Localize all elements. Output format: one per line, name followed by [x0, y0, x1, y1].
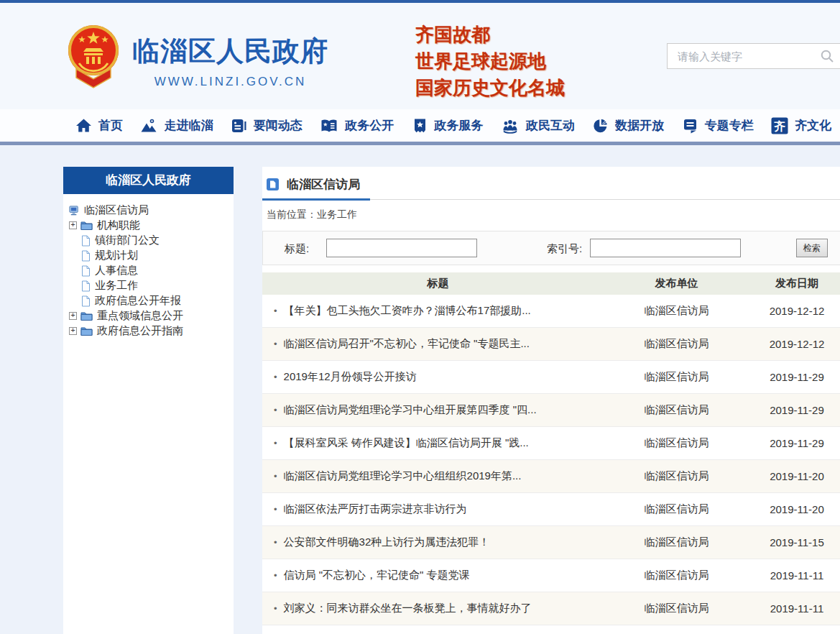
sidebar-tree-item-镇街部门公文[interactable]: 镇街部门公文	[69, 233, 229, 248]
publish-date: 2019-11-29	[739, 437, 840, 449]
nav-item-首页[interactable]: 首页	[75, 117, 123, 134]
tree-item-label: 人事信息	[95, 264, 138, 277]
tree-item-label: 机构职能	[97, 219, 140, 232]
table-body: •【年关】包工头拖欠工资咋办？淄博公布17部援助...临淄区信访局2019-12…	[262, 295, 840, 634]
publish-unit: 临淄区信访局	[614, 502, 739, 516]
site-title: 临淄区人民政府	[132, 33, 328, 70]
article-title-text: 信访局 "不忘初心，牢记使命" 专题党课	[284, 569, 470, 582]
publish-date: 2019-11-11	[739, 602, 840, 615]
column-header-date: 发布日期	[739, 277, 840, 290]
article-table: 标题 发布单位 发布日期 •【年关】包工头拖欠工资咋办？淄博公布17部援助...…	[262, 272, 840, 634]
publish-date: 2019-11-15	[739, 536, 840, 548]
nav-item-政务服务[interactable]: 政务服务	[411, 117, 484, 134]
expand-plus-icon[interactable]: +	[69, 312, 77, 320]
nav-item-政务公开[interactable]: 政务公开	[319, 117, 394, 134]
sidebar-tree-item-规划计划[interactable]: 规划计划	[69, 248, 229, 263]
article-title-text: 临淄区信访局党组理论学习中心组开展第四季度 "四...	[284, 403, 537, 417]
pie-chart-icon	[591, 117, 609, 134]
article-title-link[interactable]: •刘家义：同来访群众坐在一条板凳上，事情就好办了	[262, 602, 614, 615]
expand-plus-icon[interactable]: +	[69, 221, 77, 229]
nav-item-专题专栏[interactable]: 专题专栏	[681, 117, 754, 134]
nav-item-数据开放[interactable]: 数据开放	[591, 117, 664, 134]
table-row[interactable]: •临淄区信访局召开"不忘初心，牢记使命 "专题民主...临淄区信访局2019-1…	[262, 328, 840, 361]
table-row[interactable]: •临淄区信访局开展 "不忘初心、牢记使命" 主题教育...临淄区信访局2019-…	[262, 625, 840, 634]
publish-unit: 临淄区信访局	[614, 436, 739, 450]
table-row[interactable]: •刘家义：同来访群众坐在一条板凳上，事情就好办了临淄区信访局2019-11-11	[262, 592, 840, 625]
article-title-text: 2019年12月份领导公开接访	[284, 370, 417, 384]
table-header-row: 标题 发布单位 发布日期	[262, 272, 840, 295]
nav-item-label: 专题专栏	[705, 117, 754, 134]
article-title-link[interactable]: •公安部文件明确32种上访行为属违法犯罪！	[262, 536, 614, 549]
page-icon	[80, 295, 91, 307]
article-title-link[interactable]: •临淄区信访局党组理论学习中心组组织2019年第...	[262, 469, 614, 483]
page-icon	[80, 265, 91, 277]
tree-item-label: 临淄区信访局	[84, 203, 149, 217]
publish-date: 2019-12-12	[739, 338, 840, 350]
table-row[interactable]: •临淄区依法严厉打击两宗进京非访行为临淄区信访局2019-11-20	[262, 493, 840, 526]
article-title-link[interactable]: •信访局 "不忘初心，牢记使命" 专题党课	[262, 569, 614, 582]
search-icon[interactable]	[820, 49, 834, 66]
nav-item-label: 要闻动态	[254, 117, 303, 134]
title-field[interactable]	[326, 239, 477, 257]
publish-date: 2019-11-11	[739, 569, 840, 582]
table-row[interactable]: •【展科室风采 铸作风建设】临淄区信访局开展 "践...临淄区信访局2019-1…	[262, 427, 840, 460]
table-row[interactable]: •临淄区信访局党组理论学习中心组开展第四季度 "四...临淄区信访局2019-1…	[262, 394, 840, 427]
title-field-label: 标题:	[285, 242, 309, 256]
nav-item-label: 政民互动	[526, 117, 575, 134]
tree-item-label: 政府信息公开年报	[95, 294, 181, 308]
article-title-link[interactable]: •临淄区信访局召开"不忘初心，牢记使命 "专题民主...	[262, 337, 614, 351]
sidebar-tree-item-政府信息公开年报[interactable]: 政府信息公开年报	[69, 293, 229, 308]
publish-unit: 临淄区信访局	[614, 536, 739, 549]
search-submit-button[interactable]: 检索	[796, 239, 828, 257]
bullet-icon: •	[274, 305, 277, 316]
national-emblem-icon	[66, 23, 121, 92]
bullet-icon: •	[274, 438, 277, 449]
sidebar-tree: 临淄区信访局+机构职能镇街部门公文规划计划人事信息业务工作政府信息公开年报+重点…	[63, 194, 234, 634]
nav-item-政民互动[interactable]: 政民互动	[500, 117, 575, 134]
index-field[interactable]	[590, 239, 741, 257]
publish-date: 2019-11-20	[739, 470, 840, 482]
bullet-icon: •	[274, 405, 277, 415]
breadcrumb-current: 业务工作	[317, 208, 357, 220]
breadcrumb: 当前位置：业务工作	[262, 200, 840, 221]
nav-item-齐文化[interactable]: 齐齐文化	[770, 116, 831, 135]
sidebar-tree-item-人事信息[interactable]: 人事信息	[69, 263, 229, 278]
index-field-label: 索引号:	[547, 242, 582, 256]
site-title-block: 临淄区人民政府 WWW.LINZI.GOV.CN	[132, 33, 328, 89]
table-row[interactable]: •临淄区信访局党组理论学习中心组组织2019年第...临淄区信访局2019-11…	[262, 460, 840, 493]
nav-item-走进临淄[interactable]: 走进临淄	[139, 117, 213, 134]
news-icon	[230, 117, 248, 134]
article-title-link[interactable]: •2019年12月份领导公开接访	[262, 370, 614, 384]
home-icon	[75, 117, 93, 134]
sidebar-tree-item-政府信息公开指南[interactable]: +政府信息公开指南	[69, 323, 229, 339]
publish-unit: 临淄区信访局	[614, 337, 739, 351]
sidebar-tree-item-机构职能[interactable]: +机构职能	[69, 218, 229, 233]
table-row[interactable]: •2019年12月份领导公开接访临淄区信访局2019-11-29	[262, 361, 840, 394]
search-input[interactable]	[676, 44, 816, 68]
table-row[interactable]: •信访局 "不忘初心，牢记使命" 专题党课临淄区信访局2019-11-11	[262, 559, 840, 592]
table-row[interactable]: •【年关】包工头拖欠工资咋办？淄博公布17部援助...临淄区信访局2019-12…	[262, 295, 840, 328]
main-title-wrap: 临淄区信访局	[262, 167, 840, 200]
site-search-box	[667, 43, 840, 69]
publish-date: 2019-11-29	[739, 404, 840, 416]
article-title-link[interactable]: •临淄区依法严厉打击两宗进京非访行为	[262, 502, 614, 516]
svg-text:齐: 齐	[774, 120, 785, 132]
article-title-link[interactable]: •【展科室风采 铸作风建设】临淄区信访局开展 "践...	[262, 436, 614, 450]
sidebar-tree-item-临淄区信访局[interactable]: 临淄区信访局	[69, 203, 229, 218]
nav-item-label: 走进临淄	[164, 117, 213, 134]
sidebar-tree-item-业务工作[interactable]: 业务工作	[69, 278, 229, 293]
folder-icon	[80, 311, 93, 321]
nav-item-要闻动态[interactable]: 要闻动态	[230, 117, 303, 134]
article-title-link[interactable]: •【年关】包工头拖欠工资咋办？淄博公布17部援助...	[262, 304, 614, 318]
slogan-line: 国家历史文化名城	[415, 75, 565, 101]
tree-item-label: 规划计划	[95, 249, 138, 262]
bullet-icon: •	[274, 504, 277, 515]
publish-unit: 临淄区信访局	[614, 403, 739, 417]
slogan-line: 世界足球起源地	[415, 48, 565, 75]
sidebar: 临淄区人民政府 临淄区信访局+机构职能镇街部门公文规划计划人事信息业务工作政府信…	[63, 167, 234, 634]
sidebar-tree-item-重点领域信息公开[interactable]: +重点领域信息公开	[69, 308, 229, 323]
article-title-text: 【年关】包工头拖欠工资咋办？淄博公布17部援助...	[284, 304, 531, 318]
table-row[interactable]: •公安部文件明确32种上访行为属违法犯罪！临淄区信访局2019-11-15	[262, 526, 840, 559]
article-title-link[interactable]: •临淄区信访局党组理论学习中心组开展第四季度 "四...	[262, 403, 614, 417]
expand-plus-icon[interactable]: +	[69, 327, 77, 335]
